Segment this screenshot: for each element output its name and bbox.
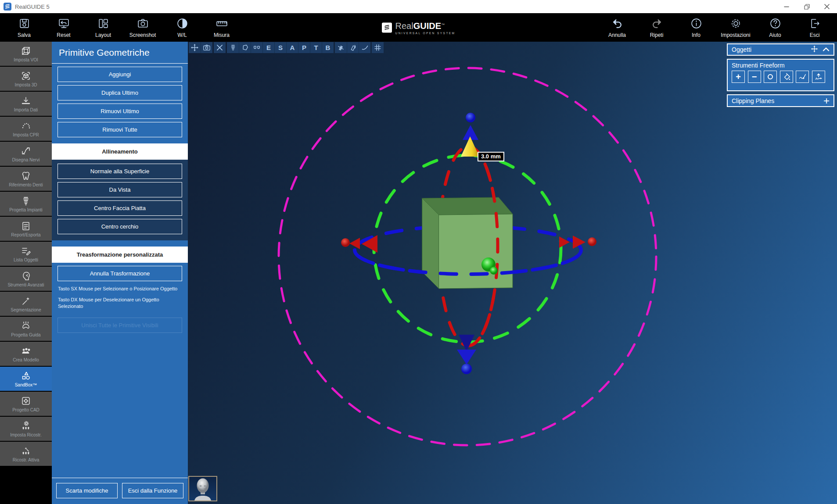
reset-button[interactable]: Reset [44,14,83,41]
layout-button[interactable]: Layout [83,14,123,41]
freeform-raise-button[interactable] [812,71,825,83]
pan-move-button[interactable] [189,42,201,53]
tooth-icon [21,171,31,181]
teeth-visibility-button[interactable] [251,42,262,53]
minimize-button[interactable] [776,0,797,13]
sidebar-item-ricostr-attiva[interactable]: Ricostr. Attiva [0,442,52,466]
freeform-brush-button[interactable] [796,71,809,83]
panel-footer: Scarta modifiche Esci dalla Funzione [52,478,188,504]
guide-arch-icon [21,321,31,331]
settings-button[interactable]: Impostazioni [716,14,755,41]
reset-icon [58,17,70,30]
magic-wand-icon [21,296,31,306]
add-clipping-plane-button[interactable]: + [823,95,830,107]
sidebar-item-importa-dati[interactable]: Importa Dati [0,92,52,116]
main-toolbar: Salva Reset Layout Screenshot W/L Misura [0,13,837,42]
grid-toggle-button[interactable] [372,42,384,53]
sidebar-item-imposta-ricostr[interactable]: Imposta Ricostr. [0,417,52,441]
wl-button[interactable]: W/L [162,14,202,41]
3d-viewport[interactable]: E S A P T B [188,42,837,504]
sidebar-item-progetta-impianti[interactable]: Progetta Impianti [0,192,52,216]
sidebar-item-progetta-guida[interactable]: Progetta Guida [0,317,52,341]
info-button[interactable]: Info [676,14,716,41]
freeform-add-button[interactable]: + [732,71,745,83]
3d-scene[interactable] [188,42,837,504]
view-letter-a-button[interactable]: A [286,42,298,53]
remove-last-button[interactable]: Rimuovi Ultimo [57,104,182,119]
save-icon [18,17,30,30]
alignment-header[interactable]: Allineamento [52,143,188,160]
view-letter-e-button[interactable]: E [262,42,274,53]
sidebar-item-strumenti-avanzati[interactable]: Strumenti Avanzati [0,267,52,291]
chevron-up-icon[interactable] [823,46,830,54]
from-view-button[interactable]: Da Vista [57,182,182,197]
freeform-smooth-button[interactable] [764,71,777,83]
sidebar-item-report-esporta[interactable]: Report/Esporta [0,217,52,241]
module-sidebar: Imposta VOI Imposta 3D Importa Dati Impo… [0,42,52,504]
paint-bucket-icon [783,73,790,81]
close-button[interactable] [817,0,837,13]
orientation-head-widget[interactable] [188,476,217,501]
custom-transform-header[interactable]: Treasformazione personalizzata [52,247,188,263]
flat-face-center-button[interactable]: Centro Faccia Piatta [57,200,182,216]
sidebar-item-segmentazione[interactable]: Segmentazione [0,292,52,316]
viewport-camera-button[interactable] [201,42,212,53]
discard-changes-button[interactable]: Scarta modifiche [56,483,118,498]
freeform-fill-button[interactable] [780,71,793,83]
add-primitive-button[interactable]: Aggiungi [57,67,182,82]
sidebar-item-crea-modello[interactable]: Crea Modello [0,342,52,366]
view-letter-p-button[interactable]: P [298,42,310,53]
brand-name-bold: GUIDE [413,21,441,30]
panel-divider [52,63,188,64]
head-profile-icon [21,271,31,281]
duplicate-last-button[interactable]: Duplica Ultimo [57,85,182,100]
axis-handle-blue-top[interactable] [463,113,478,140]
viewport-toolbar-segment-planes [335,42,370,53]
download-icon [21,96,31,106]
measure-button[interactable]: Misura [202,14,241,41]
sidebar-item-imposta-cpr[interactable]: Imposta CPR [0,117,52,141]
exit-button[interactable]: Esci [795,14,834,41]
screenshot-button[interactable]: Screenshot [123,14,162,41]
cube-brackets-icon [21,71,31,81]
redo-button[interactable]: Ripeti [637,14,676,41]
polygon-tool-button[interactable] [239,42,251,53]
view-letter-t-button[interactable]: T [310,42,322,53]
brush-curve-icon [798,73,806,81]
normal-to-surface-button[interactable]: Normale alla Superficie [57,164,182,179]
objects-panel-bar[interactable]: Oggetti [727,43,834,56]
plane-outline-button[interactable] [347,42,359,53]
restore-button[interactable] [797,0,817,13]
toolbar-right-group: Annulla Ripeti Info Impostazioni Aiuto E [597,14,837,41]
viewport-close-button[interactable] [214,42,226,53]
sidebar-item-imposta-3d[interactable]: Imposta 3D [0,67,52,91]
circle-center-button[interactable]: Centro cerchio [57,219,182,234]
save-button[interactable]: Salva [4,14,44,41]
implant-visibility-button[interactable] [227,42,239,53]
slice-plane-button[interactable] [335,42,347,53]
exit-icon [809,17,821,30]
help-button[interactable]: Aiuto [755,14,795,41]
remove-all-button[interactable]: Rimuovi Tutte [57,122,182,137]
sidebar-item-imposta-voi[interactable]: Imposta VOI [0,42,52,66]
contrast-icon [176,17,188,30]
sidebar-item-lista-oggetti[interactable]: Lista Oggetti [0,242,52,266]
sidebar-item-disegna-nervi[interactable]: Disegna Nervi [0,142,52,166]
view-letter-s-button[interactable]: S [274,42,286,53]
clipping-planes-panel-bar[interactable]: Clipping Planes + [727,94,834,107]
undo-transform-button[interactable]: Annulla Trasformazione [57,266,182,281]
sidebar-item-sandbox[interactable]: SandBox™ [0,367,52,391]
clipping-panel-title: Clipping Planes [732,97,774,104]
axis-handle-red-right[interactable] [559,236,596,249]
move-panel-icon[interactable] [811,45,818,54]
sidebar-item-riferimento-denti[interactable]: Riferimento Denti [0,167,52,191]
layout-icon [97,17,109,30]
sidebar-item-progetto-cad[interactable]: Progetto CAD [0,392,52,416]
toolbar-left-group: Salva Reset Layout Screenshot W/L Misura [0,14,241,41]
freeform-subtract-button[interactable]: − [748,71,761,83]
view-letter-b-button[interactable]: B [322,42,334,53]
exit-function-button[interactable]: Esci dalla Funzione [122,483,183,498]
undo-button[interactable]: Annulla [597,14,637,41]
implant-icon [21,196,31,206]
curve-tool-button[interactable] [359,42,370,53]
